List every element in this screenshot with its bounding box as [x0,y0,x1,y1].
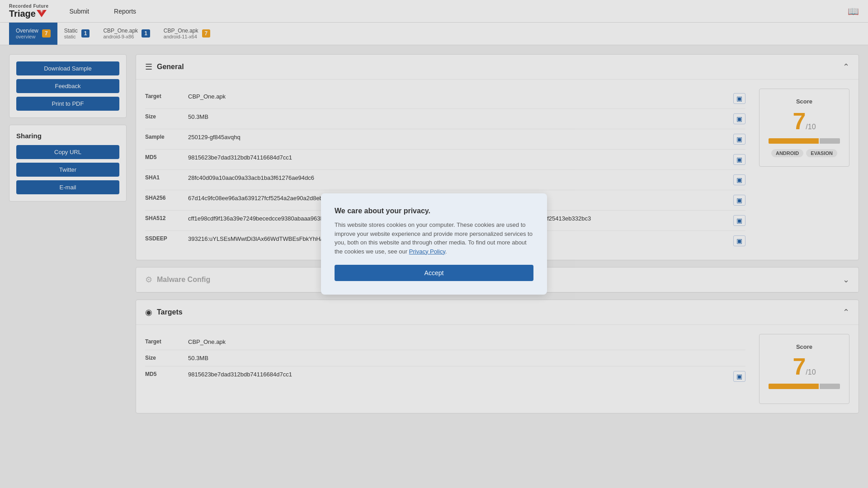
privacy-policy-link[interactable]: Privacy Policy [409,248,445,255]
cookie-accept-button[interactable]: Accept [335,265,533,281]
cookie-box: We care about your privacy. This website… [321,193,547,295]
cookie-banner: We care about your privacy. This website… [0,0,868,488]
cookie-title: We care about your privacy. [335,207,533,215]
cookie-text: This website stores cookies on your comp… [335,221,533,256]
